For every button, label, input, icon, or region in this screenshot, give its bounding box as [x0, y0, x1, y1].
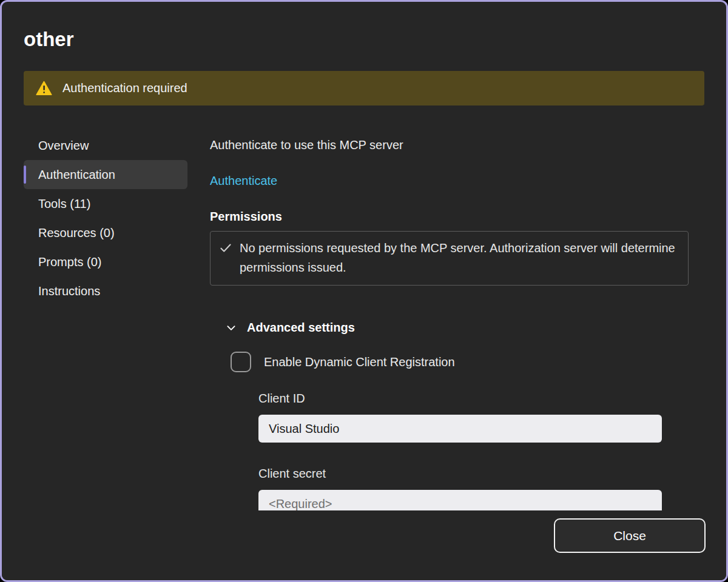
client-id-input[interactable] — [258, 415, 662, 443]
authenticate-link[interactable]: Authenticate — [210, 174, 277, 188]
mcp-server-dialog: other Authentication required Overview A… — [0, 0, 728, 582]
advanced-settings-expander[interactable]: Advanced settings — [226, 321, 704, 335]
chevron-down-icon[interactable] — [226, 323, 237, 333]
sidebar-item-label: Authentication — [38, 168, 115, 182]
warning-icon — [36, 81, 52, 96]
sidebar-item-overview[interactable]: Overview — [24, 131, 187, 160]
dynamic-client-registration-row: Enable Dynamic Client Registration — [231, 352, 704, 372]
auth-heading: Authenticate to use this MCP server — [210, 138, 704, 152]
authentication-panel: Authenticate to use this MCP server Auth… — [210, 131, 704, 513]
client-id-label: Client ID — [258, 392, 704, 406]
close-button[interactable]: Close — [554, 518, 706, 553]
dynamic-client-registration-checkbox[interactable] — [231, 352, 251, 372]
sidebar: Overview Authentication Tools (11) Resou… — [24, 131, 187, 513]
dynamic-client-registration-label[interactable]: Enable Dynamic Client Registration — [264, 355, 455, 369]
sidebar-item-tools[interactable]: Tools (11) — [24, 189, 187, 218]
auth-required-banner: Authentication required — [24, 71, 704, 105]
sidebar-item-authentication[interactable]: Authentication — [24, 160, 187, 189]
selection-accent-bar — [24, 166, 26, 184]
sidebar-item-label: Prompts (0) — [38, 255, 101, 269]
banner-text: Authentication required — [62, 81, 187, 95]
permissions-message: No permissions requested by the MCP serv… — [240, 238, 678, 277]
sidebar-item-prompts[interactable]: Prompts (0) — [24, 247, 187, 276]
sidebar-item-label: Instructions — [38, 284, 100, 298]
sidebar-item-label: Tools (11) — [38, 197, 90, 211]
dialog-title: other — [24, 26, 726, 53]
client-secret-field-group: Client secret — [258, 467, 704, 513]
dialog-body: Overview Authentication Tools (11) Resou… — [24, 131, 704, 513]
sidebar-item-label: Resources (0) — [38, 226, 115, 240]
sidebar-item-label: Overview — [38, 139, 89, 153]
advanced-settings-label: Advanced settings — [247, 321, 355, 335]
check-icon — [219, 241, 232, 255]
permissions-info-box: No permissions requested by the MCP serv… — [210, 231, 689, 286]
permissions-heading: Permissions — [210, 210, 704, 224]
client-secret-input[interactable] — [258, 490, 662, 513]
sidebar-item-instructions[interactable]: Instructions — [24, 276, 187, 306]
sidebar-item-resources[interactable]: Resources (0) — [24, 218, 187, 247]
dialog-footer: Close — [2, 510, 726, 580]
client-secret-label: Client secret — [258, 467, 704, 481]
client-id-field-group: Client ID — [258, 392, 704, 443]
